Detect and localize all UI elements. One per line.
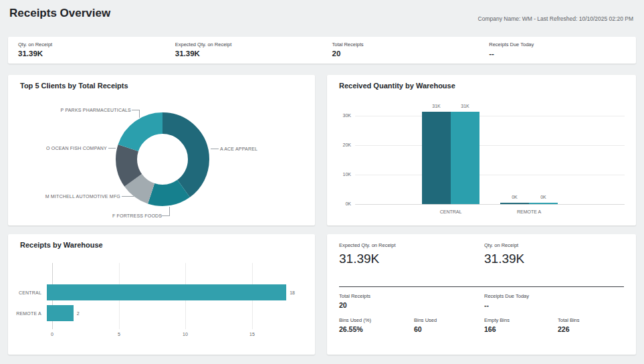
summary-empty-bins: Empty Bins 166 [484,317,510,333]
kpi-label: Qty. on Receipt [18,41,155,48]
refresh-status-text: Company Name: WM - Last Refreshed: 10/10… [478,15,633,22]
column-group-remote-a: 0K0KREMOTE A [500,203,558,204]
summary-value: 20 [339,301,370,309]
summary-receipts-due-today: Receipts Due Today -- [484,293,529,309]
summary-value: 31.39K [484,252,524,266]
x-axis-line [355,204,625,205]
bar-chart-plot: CENTRAL18REMOTE A2 [8,284,315,321]
kpi-receipts-due-today[interactable]: Receipts Due Today -- [479,37,636,64]
x-tick-label: 15 [249,332,255,337]
summary-bins-used: Bins Used 60 [414,317,437,333]
kpi-expected-qty-on-receipt[interactable]: Expected Qty. on Receipt 31.39K [165,37,322,64]
donut-callout-label: F FORTRESS FOODS [112,213,162,218]
summary-value: -- [484,301,529,309]
summary-total-bins: Total Bins 226 [558,317,580,333]
x-category-label: REMOTE A [500,209,558,214]
x-tick-label: 5 [118,332,120,337]
hbar-row: REMOTE A2 [8,305,315,321]
donut-callout-label: O OCEAN FISH COMPANY [46,146,107,151]
y-tick-label: 30K [327,113,351,118]
receipt-summary-card: Expected Qty. on Receipt 31.39K Qty. on … [327,234,636,355]
y-tick-label: 10K [327,172,351,177]
kpi-label: Receipts Due Today [489,41,626,48]
y-tick-label: 0K [327,201,351,206]
summary-label: Bins Used [414,317,437,323]
chart-title: Received Quantity by Warehouse [339,82,455,90]
receipts-by-warehouse-card: Receipts by Warehouse 0 5 10 15 CENTRAL1… [8,234,315,355]
callout-line [211,149,219,149]
top-clients-donut-card: Top 5 Clients by Total Receipts P PARKS … [8,75,315,225]
donut-chart [116,112,209,206]
bar-value-label: 2 [77,311,80,316]
kpi-value: -- [489,50,626,58]
summary-value: 226 [558,325,580,333]
callout-line [169,207,170,216]
summary-bins-used-pct: Bins Used (%) 26.55% [339,317,371,333]
column-bar[interactable]: 31K [451,112,479,204]
summary-expected-qty: Expected Qty. on Receipt 31.39K [339,242,396,266]
donut-callout-label: A ACE APPAREL [220,147,257,151]
callout-line [108,148,116,149]
summary-qty-on-receipt: Qty. on Receipt 31.39K [484,242,524,266]
donut-callout-label: P PARKS PHARMACEUTICALS [61,108,131,112]
summary-total-receipts: Total Receipts 20 [339,293,370,309]
hbar-row: CENTRAL18 [8,284,315,300]
kpi-value: 31.39K [175,50,312,58]
chart-title: Top 5 Clients by Total Receipts [20,82,128,90]
kpi-label: Total Receipts [332,41,469,48]
callout-line [122,196,134,197]
summary-value: 60 [414,325,437,333]
column-bar[interactable]: 31K [422,112,451,204]
kpi-value: 20 [332,50,469,58]
summary-label: Receipts Due Today [484,293,529,299]
bar-value-label: 0K [525,195,562,199]
column-chart-plot: 31K31KCENTRAL0K0KREMOTE A [355,112,625,204]
callout-line [139,110,140,118]
bar-value-label: 31K [447,104,484,108]
kpi-label: Expected Qty. on Receipt [175,41,312,48]
received-quantity-by-warehouse-card: Received Quantity by Warehouse 30K 20K 1… [327,75,636,225]
kpi-strip: Qty. on Receipt 31.39K Expected Qty. on … [8,37,636,64]
kpi-total-receipts[interactable]: Total Receipts 20 [322,37,479,64]
x-tick-label: 0 [51,332,53,337]
summary-value: 26.55% [339,325,371,333]
bar-value-label: 18 [290,290,295,295]
chart-title: Receipts by Warehouse [20,241,103,249]
summary-label: Empty Bins [484,317,510,323]
summary-label: Expected Qty. on Receipt [339,242,396,248]
summary-label: Total Bins [558,317,580,323]
summary-label: Qty. on Receipt [484,242,524,248]
page-title: Receipts Overview [9,7,110,20]
column-bar[interactable]: 0K [529,203,558,204]
y-tick-label: 20K [327,143,351,147]
x-tick-label: 10 [183,332,188,337]
column-bar[interactable]: 0K [500,203,529,204]
y-category-label: CENTRAL [8,290,47,295]
x-category-label: CENTRAL [422,209,479,214]
kpi-value: 31.39K [18,50,155,58]
y-category-label: REMOTE A [8,311,47,316]
summary-label: Bins Used (%) [339,317,371,323]
summary-value: 166 [484,325,510,333]
donut-callout-label: M MITCHELL AUTOMOTIVE MFG [45,194,120,199]
summary-label: Total Receipts [339,293,370,299]
column-group-central: 31K31KCENTRAL [422,112,479,204]
kpi-qty-on-receipt[interactable]: Qty. on Receipt 31.39K [8,37,165,64]
hbar-central[interactable] [47,284,286,300]
hbar-remote-a[interactable] [47,305,74,321]
summary-value: 31.39K [339,252,396,266]
divider [339,286,624,287]
